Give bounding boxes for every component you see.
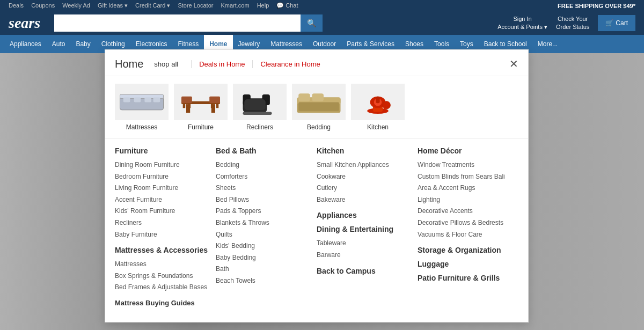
mattress-guides-heading: Mattress Buying Guides <box>115 299 210 307</box>
dropdown-title: Home <box>115 58 143 70</box>
search-button[interactable]: 🔍 <box>301 14 323 32</box>
deals-in-home-link[interactable]: Deals in Home <box>191 60 252 68</box>
coupons-link[interactable]: Coupons <box>31 2 55 9</box>
bedding-icon <box>295 87 343 117</box>
category-kitchen[interactable]: Kitchen <box>351 84 405 131</box>
order-status-link[interactable]: Check Your Order Status <box>556 15 589 32</box>
credit-card-link[interactable]: Credit Card ▾ <box>135 2 170 9</box>
svg-rect-29 <box>376 96 379 103</box>
gift-ideas-link[interactable]: Gift Ideas ▾ <box>98 2 128 9</box>
dropdown-close-button[interactable]: ✕ <box>509 57 518 70</box>
cutlery-link[interactable]: Cutlery <box>317 182 412 194</box>
svg-rect-4 <box>144 97 151 102</box>
accent-furniture-link[interactable]: Accent Furniture <box>115 194 210 206</box>
beach-towels-link[interactable]: Beach Towels <box>216 275 311 287</box>
bed-pillows-link[interactable]: Bed Pillows <box>216 194 311 206</box>
category-mattresses[interactable]: Mattresses <box>115 84 169 131</box>
furniture-icon <box>177 87 225 117</box>
col-kitchen: Kitchen Small Kitchen Appliances Cookwar… <box>317 146 418 311</box>
shop-all-link[interactable]: shop all <box>154 60 178 68</box>
bedroom-furniture-link[interactable]: Bedroom Furniture <box>115 171 210 183</box>
nav-appliances[interactable]: Appliances <box>4 35 47 53</box>
mattresses-link[interactable]: Mattresses <box>115 259 210 270</box>
baby-furniture-link[interactable]: Baby Furniture <box>115 229 210 241</box>
utility-bar: Deals Coupons Weekly Ad Gift Ideas ▾ Cre… <box>0 0 644 11</box>
search-form: 🔍 <box>54 14 323 32</box>
bath-link[interactable]: Bath <box>216 263 311 275</box>
furniture-heading: Furniture <box>115 146 210 155</box>
lighting-link[interactable]: Lighting <box>418 194 513 206</box>
kmart-link[interactable]: Kmart.com <box>221 2 249 9</box>
cart-button[interactable]: 🛒 Cart <box>598 15 635 31</box>
custom-blinds-link[interactable]: Custom Blinds from Sears Bali <box>418 171 513 183</box>
kids-room-furniture-link[interactable]: Kids' Room Furniture <box>115 206 210 217</box>
decorative-pillows-link[interactable]: Decorative Pillows & Bedrests <box>418 217 513 229</box>
svg-rect-9 <box>181 96 192 103</box>
svg-rect-11 <box>188 103 191 108</box>
furniture-image <box>174 84 228 120</box>
recliners-link[interactable]: Recliners <box>115 217 210 229</box>
store-locator-link[interactable]: Store Locator <box>178 2 213 9</box>
small-kitchen-appliances-link[interactable]: Small Kitchen Appliances <box>317 159 412 171</box>
svg-rect-5 <box>153 97 160 102</box>
pads-toppers-link[interactable]: Pads & Toppers <box>216 206 311 217</box>
kitchen-label: Kitchen <box>367 123 389 131</box>
blankets-throws-link[interactable]: Blankets & Throws <box>216 217 311 229</box>
free-shipping-banner: FREE SHIPPING OVER $49* <box>558 3 635 9</box>
weekly-ad-link[interactable]: Weekly Ad <box>62 2 90 9</box>
quilts-link[interactable]: Quilts <box>216 229 311 241</box>
sheets-link[interactable]: Sheets <box>216 182 311 194</box>
recliners-image <box>233 84 287 120</box>
svg-rect-18 <box>244 99 266 110</box>
comforters-link[interactable]: Comforters <box>216 171 311 183</box>
nav-auto[interactable]: Auto <box>47 35 71 53</box>
category-bedding[interactable]: Bedding <box>292 84 346 131</box>
bed-frames-link[interactable]: Bed Frames & Adjustable Bases <box>115 282 210 294</box>
tableware-link[interactable]: Tableware <box>317 238 412 250</box>
clearance-in-home-link[interactable]: Clearance in Home <box>252 60 327 68</box>
mattress-icon <box>118 87 166 117</box>
col-bed-bath: Bed & Bath Bedding Comforters Sheets Bed… <box>216 146 317 311</box>
barware-link[interactable]: Barware <box>317 250 412 261</box>
deals-link[interactable]: Deals <box>9 2 24 9</box>
area-accent-rugs-link[interactable]: Area & Accent Rugs <box>418 182 513 194</box>
baby-bedding-link[interactable]: Baby Bedding <box>216 252 311 264</box>
kids-bedding-link[interactable]: Kids' Bedding <box>216 240 311 252</box>
dining-room-furniture-link[interactable]: Dining Room Furniture <box>115 159 210 171</box>
cookware-link[interactable]: Cookware <box>317 171 412 183</box>
dropdown-columns: Furniture Dining Room Furniture Bedroom … <box>105 139 528 311</box>
search-input[interactable] <box>54 14 301 32</box>
category-images-row: Mattresses <box>105 76 528 139</box>
sign-in-link[interactable]: Sign In Account & Points ▾ <box>497 15 547 32</box>
living-room-furniture-link[interactable]: Living Room Furniture <box>115 182 210 194</box>
svg-rect-24 <box>298 102 339 111</box>
sears-logo[interactable]: sears <box>9 14 40 32</box>
col-furniture: Furniture Dining Room Furniture Bedroom … <box>115 146 216 311</box>
svg-rect-19 <box>243 112 272 114</box>
vacuums-floor-care-link[interactable]: Vacuums & Floor Care <box>418 229 513 241</box>
window-treatments-link[interactable]: Window Treatments <box>418 159 513 171</box>
bedding-link[interactable]: Bedding <box>216 159 311 171</box>
utility-bar-links: Deals Coupons Weekly Ad Gift Ideas ▾ Cre… <box>9 2 298 9</box>
category-furniture[interactable]: Furniture <box>174 84 228 131</box>
category-recliners[interactable]: Recliners <box>233 84 287 131</box>
nav-baby[interactable]: Baby <box>70 35 96 53</box>
decorative-accents-link[interactable]: Decorative Accents <box>418 206 513 217</box>
svg-rect-23 <box>312 93 324 101</box>
recliners-label: Recliners <box>246 123 273 131</box>
box-springs-link[interactable]: Box Springs & Foundations <box>115 270 210 282</box>
luggage-heading: Luggage <box>418 260 513 268</box>
furniture-label: Furniture <box>188 123 214 131</box>
dropdown-header-links: Deals in Home Clearance in Home <box>191 60 328 68</box>
header-right: Sign In Account & Points ▾ Check Your Or… <box>497 15 635 32</box>
svg-rect-3 <box>134 97 141 102</box>
nav-more[interactable]: More... <box>532 35 563 53</box>
help-link[interactable]: Help <box>257 2 269 9</box>
recliner-icon <box>236 87 284 117</box>
kitchen-icon <box>354 87 402 117</box>
appliances-heading: Appliances <box>317 211 412 219</box>
col-home-decor: Home Décor Window Treatments Custom Blin… <box>418 146 518 311</box>
bakeware-link[interactable]: Bakeware <box>317 194 412 206</box>
svg-point-30 <box>383 101 390 108</box>
chat-link[interactable]: 💬 Chat <box>276 2 298 9</box>
